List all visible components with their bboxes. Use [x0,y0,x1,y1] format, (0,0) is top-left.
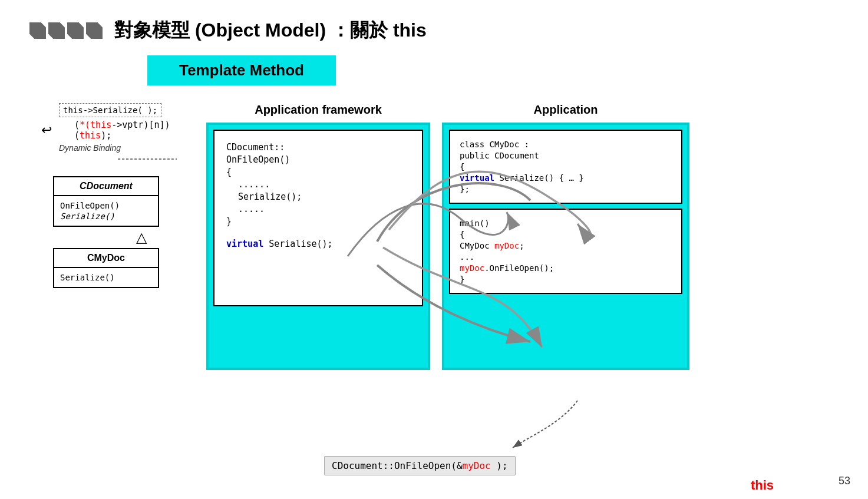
bottom-note: CDocument::OnFileOpen(&myDoc ); [324,456,516,475]
uml-cdocument-body: OnFileOpen() Serialize() [54,196,158,226]
this-keyword-2: this [80,130,101,141]
this-label: this [751,478,774,493]
app-bottom-code: main() { CMyDoc myDoc; ... myDoc.OnFileO… [449,209,682,294]
header-title: 對象模型 (Object Model) ：關於 this [114,18,427,44]
header: 對象模型 (Object Model) ：關於 this [29,18,839,44]
app-code-2: public CDocument [460,151,672,160]
uml-cmydoc-class: CMyDoc Serialize() [53,248,159,288]
this-serialize-note: this->Serialize( ); [63,105,157,115]
virtual-keyword-2: virtual [460,173,494,183]
virtual-line: virtual Serialise(); [226,239,410,249]
header-icons [29,22,103,39]
app-code-8: CMyDoc myDoc; [460,241,672,250]
code-line-2: OnFileOpen() [226,154,410,165]
template-method-banner: Template Method [147,55,336,85]
icon-1 [29,22,46,39]
serialise-method: Serialise(); [269,239,332,249]
app-code-5: }; [460,184,672,194]
virtual-keyword: virtual [226,239,263,249]
code-line-4: ...... [226,179,410,190]
app-code-10: myDoc.OnFileOpen(); [460,263,672,273]
app-code-6: main() [460,219,672,228]
main-content: this->Serialize( ); ↩ (*(this->vptr)[n])… [29,103,839,370]
uml-cdocument-class: CDocument OnFileOpen() Serialize() [53,176,159,227]
myDoc-ref-1: myDoc [494,241,519,250]
app-code-1: class CMyDoc : [460,140,672,149]
this-keyword-1: *(this [80,120,111,130]
code-line-1: CDocument:: [226,142,410,153]
uml-cdocument-name: CDocument [54,177,158,196]
code-line-5: Serialize(); [226,191,410,202]
myDoc-ref-2: myDoc [460,263,484,273]
code-line-6: ..... [226,204,410,214]
middle-panel: Application framework CDocument:: OnFile… [206,103,430,370]
uml-cmydoc-name: CMyDoc [54,249,158,268]
framework-box: CDocument:: OnFileOpen() { ...... Serial… [206,123,430,370]
app-code-9: ... [460,252,672,262]
app-code-3: { [460,162,672,171]
dynamic-binding: Dynamic Binding [59,143,206,153]
uml-cmydoc-body: Serialize() [54,268,158,287]
app-title: Application [442,103,689,117]
code-line-7: } [226,216,410,227]
uml-diagram: CDocument OnFileOpen() Serialize() △ CMy… [53,176,206,288]
code-line-3: { [226,167,410,177]
right-panel: Application class CMyDoc : public CDocum… [442,103,689,370]
icon-3 [67,22,84,39]
app-code-4: virtual Serialize() { … } [460,173,672,183]
app-code-11: } [460,275,672,284]
app-code-7: { [460,230,672,239]
app-top-code: class CMyDoc : public CDocument { virtua… [449,130,682,204]
left-panel: this->Serialize( ); ↩ (*(this->vptr)[n])… [29,103,206,370]
uml-method-2: Serialize() [60,212,152,221]
icon-4 [86,22,103,39]
bottom-note-box: CDocument::OnFileOpen(&myDoc ); [324,456,516,475]
myDoc-ref-bottom: myDoc [463,460,491,471]
framework-code: CDocument:: OnFileOpen() { ...... Serial… [213,130,423,306]
framework-title: Application framework [206,103,430,117]
uml-inheritance-arrow: △ [77,229,206,246]
slide: 對象模型 (Object Model) ：關於 this Template Me… [0,0,868,499]
app-box: class CMyDoc : public CDocument { virtua… [442,123,689,370]
vptr-note: (*(this->vptr)[n])(this); [74,120,206,141]
page-number: 53 [839,475,850,487]
uml-method-3: Serialize() [60,273,152,282]
icon-2 [48,22,65,39]
uml-method-1: OnFileOpen() [60,201,152,210]
